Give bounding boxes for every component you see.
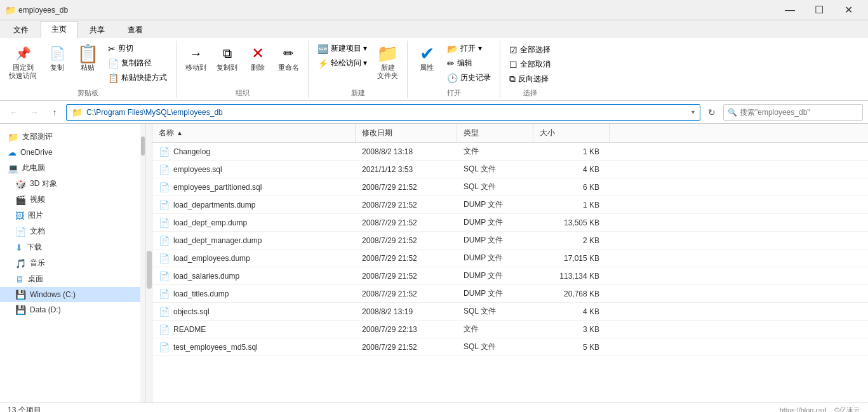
pin-quick-access-button[interactable]: 📌 固定到快速访问 (5, 41, 41, 83)
history-label: 历史记录 (460, 72, 491, 83)
sidebar-item-desktop[interactable]: 🖥 桌面 (0, 271, 145, 287)
new-item-button[interactable]: 🆕 新建项目 ▾ (314, 42, 371, 55)
file-date: 2008/7/29 21:52 (356, 215, 457, 230)
back-button[interactable]: ← (5, 103, 23, 121)
sidebar-item-this-pc[interactable]: 💻 此电脑 (0, 160, 145, 176)
minimize-button[interactable]: — (775, 0, 805, 20)
invert-select-button[interactable]: ⧉ 反向选择 (505, 72, 554, 86)
address-dropdown-icon[interactable]: ▾ (691, 109, 695, 116)
copy-to-button[interactable]: ⧉ 复制到 (213, 41, 241, 74)
table-row[interactable]: 📄 objects.sql 2008/8/2 13:19 SQL 文件 4 KB (152, 303, 868, 321)
col-header-date[interactable]: 修改日期 (356, 124, 457, 142)
title-bar-controls: — ☐ ✕ (775, 0, 863, 20)
edit-button[interactable]: ✏ 编辑 (443, 56, 495, 70)
file-name: employees_partitioned.sql (173, 183, 262, 192)
tab-share[interactable]: 共享 (79, 22, 116, 38)
tab-home[interactable]: 主页 (41, 21, 77, 38)
easy-access-button[interactable]: ⚡ 轻松访问 ▾ (314, 56, 371, 70)
ribbon-new-items: 🆕 新建项目 ▾ ⚡ 轻松访问 ▾ 📁 新建文件夹 (314, 41, 402, 86)
new-folder-button[interactable]: 📁 新建文件夹 (373, 41, 402, 83)
table-row[interactable]: 📄 load_titles.dump 2008/7/29 21:52 DUMP … (152, 285, 868, 303)
table-row[interactable]: 📄 load_dept_manager.dump 2008/7/29 21:52… (152, 232, 868, 249)
file-icon: 📄 (159, 342, 170, 352)
address-bar: ← → ↑ 📁 C:\Program Files\MySQL\employees… (0, 101, 868, 124)
copy-path-label: 复制路径 (121, 58, 152, 69)
address-box[interactable]: 📁 C:\Program Files\MySQL\employees_db ▾ (66, 104, 700, 121)
sidebar-item-drive-c[interactable]: 💾 Windows (C:) (0, 287, 145, 302)
table-row[interactable]: 📄 load_dept_emp.dump 2008/7/29 21:52 DUM… (152, 214, 868, 232)
col-header-size[interactable]: 大小 (533, 124, 610, 142)
sidebar-item-onedrive[interactable]: ☁ OneDrive (0, 145, 145, 160)
table-row[interactable]: 📄 load_departments.dump 2008/7/29 21:52 … (152, 196, 868, 214)
file-name: Changelog (173, 147, 210, 156)
col-header-name[interactable]: 名称 ▲ (152, 124, 356, 142)
sidebar-item-pictures[interactable]: 🖼 图片 (0, 208, 145, 223)
up-button[interactable]: ↑ (46, 103, 63, 121)
sidebar-item-downloads[interactable]: ⬇ 下载 (0, 239, 145, 255)
pictures-icon: 🖼 (15, 211, 24, 221)
file-type: DUMP 文件 (457, 267, 533, 284)
properties-button[interactable]: ✔ 属性 (413, 41, 441, 74)
clipboard-label: 剪贴板 (77, 86, 98, 98)
file-size: 17,015 KB (533, 251, 610, 266)
copy-button[interactable]: 📄 复制 (43, 41, 71, 74)
open-label: 打开 (447, 86, 461, 98)
file-date: 2008/7/29 21:52 (356, 233, 457, 248)
sidebar-item-zhipu[interactable]: 📁 支部测评 (0, 129, 145, 145)
maximize-button[interactable]: ☐ (805, 0, 834, 20)
move-to-button[interactable]: → 移动到 (182, 41, 210, 74)
new-label: 新建 (351, 86, 365, 98)
refresh-button[interactable]: ↻ (703, 103, 721, 121)
table-row[interactable]: 📄 load_employees.dump 2008/7/29 21:52 DU… (152, 249, 868, 267)
tab-view[interactable]: 查看 (117, 22, 154, 38)
copy-path-button[interactable]: 📄 复制路径 (104, 56, 171, 70)
search-input[interactable] (740, 108, 858, 117)
table-row[interactable]: 📄 employees.sql 2021/1/12 3:53 SQL 文件 4 … (152, 161, 868, 178)
rename-button[interactable]: ✏ 重命名 (274, 41, 303, 74)
copy-path-icon: 📄 (108, 58, 119, 69)
sidebar-item-label: 图片 (28, 210, 43, 221)
history-button[interactable]: 🕐 历史记录 (443, 71, 495, 84)
computer-icon: 💻 (8, 163, 18, 173)
sort-arrow: ▲ (177, 130, 183, 136)
pin-icon: 📌 (13, 43, 33, 63)
sidebar-item-3d[interactable]: 🎲 3D 对象 (0, 176, 145, 192)
table-row[interactable]: 📄 employees_partitioned.sql 2008/7/29 21… (152, 178, 868, 196)
table-row[interactable]: 📄 test_employees_md5.sql 2008/7/29 21:52… (152, 338, 868, 356)
open-button[interactable]: 📂 打开 ▾ (443, 42, 495, 55)
file-list: 📄 Changelog 2008/8/2 13:18 文件 1 KB 📄 emp… (152, 143, 868, 402)
edit-label: 编辑 (457, 58, 472, 69)
sidebar-item-video[interactable]: 🎬 视频 (0, 192, 145, 208)
table-row[interactable]: 📄 Changelog 2008/8/2 13:18 文件 1 KB (152, 143, 868, 161)
file-type: DUMP 文件 (457, 214, 533, 231)
col-header-type[interactable]: 类型 (457, 124, 533, 142)
select-all-button[interactable]: ☑ 全部选择 (505, 43, 554, 56)
file-icon: 📄 (159, 289, 170, 299)
forward-button[interactable]: → (25, 103, 43, 121)
paste-button[interactable]: 📋 粘贴 (74, 41, 102, 74)
properties-icon: ✔ (417, 43, 437, 63)
close-button[interactable]: ✕ (834, 0, 863, 20)
copy-to-label: 复制到 (217, 63, 237, 72)
desktop-icon: 🖥 (15, 274, 24, 284)
table-row[interactable]: 📄 load_salaries.dump 2008/7/29 21:52 DUM… (152, 267, 868, 285)
cut-button[interactable]: ✂ 剪切 (104, 42, 171, 55)
file-type: DUMP 文件 (457, 285, 533, 302)
sidebar-item-drive-d[interactable]: 💾 Data (D:) (0, 302, 145, 317)
pin-label: 固定到快速访问 (9, 63, 37, 80)
deselect-all-button[interactable]: ☐ 全部取消 (505, 58, 554, 71)
paste-shortcut-button[interactable]: 📋 粘贴快捷方式 (104, 71, 171, 84)
delete-button[interactable]: ✕ 删除 (244, 41, 272, 74)
sidebar-item-documents[interactable]: 📄 文档 (0, 223, 145, 239)
table-row[interactable]: 📄 README 2008/7/29 22:13 文件 3 KB (152, 321, 868, 338)
video-icon: 🎬 (15, 195, 26, 205)
cut-label: 剪切 (118, 43, 133, 54)
sidebar-item-label: 此电脑 (22, 163, 45, 173)
file-date: 2008/7/29 21:52 (356, 269, 457, 284)
file-icon: 📄 (159, 271, 170, 281)
file-size: 1 KB (533, 197, 610, 213)
sidebar-item-music[interactable]: 🎵 音乐 (0, 255, 145, 271)
tab-file[interactable]: 文件 (3, 22, 39, 38)
watermark: https://blog.csd... ©亿速云 (780, 406, 860, 412)
file-name: load_salaries.dump (173, 272, 239, 281)
